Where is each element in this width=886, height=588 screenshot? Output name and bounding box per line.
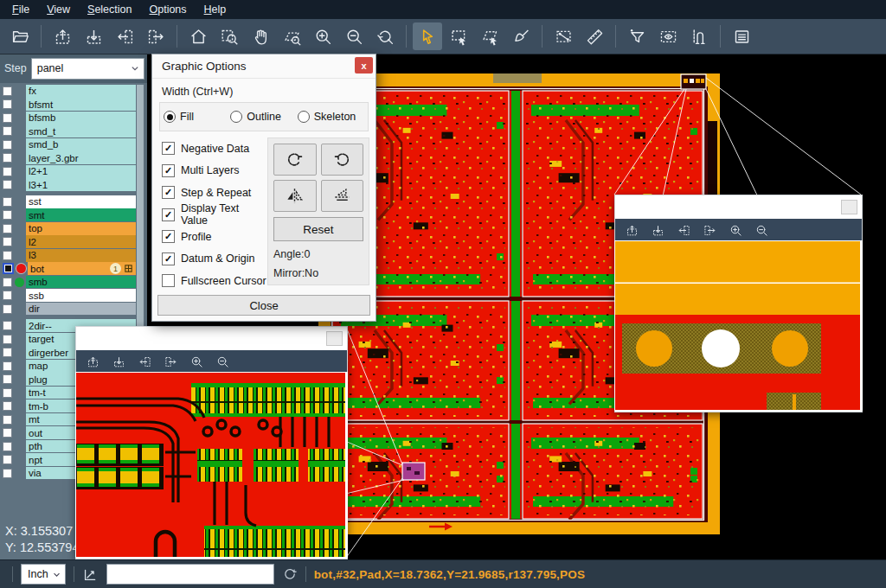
layer-visible-checkbox[interactable]	[3, 126, 12, 136]
magnifier-right-titlebar[interactable]	[615, 195, 862, 219]
layer-visible-checkbox[interactable]	[3, 86, 12, 96]
magnifier-window-right[interactable]	[614, 195, 863, 412]
layer-visible-checkbox[interactable]	[3, 278, 12, 287]
layer-visible-checkbox[interactable]	[3, 153, 12, 163]
layer-visible-checkbox[interactable]	[3, 401, 12, 411]
layer-dir[interactable]: dir	[26, 303, 136, 316]
menu-file[interactable]: File	[3, 2, 38, 17]
checkbox-datum-origin[interactable]: ✓Datum & Origin	[162, 248, 267, 271]
layer-l3[interactable]: l3	[26, 249, 136, 262]
layer-visible-checkbox[interactable]	[3, 335, 12, 344]
radio-fill[interactable]: Fill	[164, 111, 230, 123]
layer-smd_t[interactable]: smd_t	[26, 125, 136, 137]
layer-bot[interactable]: bot1	[28, 262, 136, 275]
magnifier-left-titlebar[interactable]	[76, 327, 347, 350]
zoom-polygon-button[interactable]	[277, 22, 306, 50]
layer-visible-checkbox[interactable]	[3, 140, 12, 150]
reset-button[interactable]: Reset	[273, 217, 363, 241]
close-icon[interactable]: x	[355, 57, 373, 74]
magnifier-window-left[interactable]	[75, 326, 348, 559]
layer-visible-checkbox[interactable]	[3, 304, 12, 314]
layer-visible-checkbox[interactable]	[3, 210, 12, 220]
layer-visible-checkbox[interactable]	[3, 99, 12, 109]
layer-layer_3.gbr[interactable]: layer_3.gbr	[26, 151, 136, 164]
checkbox-profile[interactable]: ✓Profile	[162, 226, 267, 248]
measure-ruler-button[interactable]	[580, 22, 609, 50]
layer-visible-checkbox[interactable]	[3, 180, 12, 189]
dialog-titlebar[interactable]: Graphic Options x	[152, 54, 376, 79]
layer-visible-checkbox[interactable]	[3, 167, 12, 176]
pan-view-left-button[interactable]	[135, 353, 154, 370]
close-button[interactable]: Close	[157, 295, 370, 316]
pan-view-down-button[interactable]	[79, 22, 108, 50]
layer-l2+1[interactable]: l2+1	[26, 165, 136, 178]
layer-visible-checkbox[interactable]	[3, 415, 12, 425]
select-cursor-button[interactable]	[413, 22, 442, 50]
pan-view-left-button[interactable]	[674, 221, 693, 239]
checkbox-negative-data[interactable]: ✓Negative Data	[162, 137, 267, 160]
step-select[interactable]: panel	[31, 58, 144, 80]
checkbox-display-text-value[interactable]: ✓Display Text Value	[162, 204, 267, 227]
layer-smb[interactable]: smb	[26, 276, 136, 289]
mirror-vertical-button[interactable]	[273, 180, 317, 212]
layer-visible-checkbox[interactable]	[3, 291, 12, 300]
command-input[interactable]	[106, 564, 274, 585]
radio-outline[interactable]: Outline	[230, 111, 297, 123]
unit-select[interactable]: Inch	[21, 564, 66, 585]
rotate-cw-button[interactable]	[273, 144, 317, 176]
clean-brush-button[interactable]	[506, 22, 536, 50]
folder-open-button[interactable]	[5, 22, 35, 50]
magnifier-left-view[interactable]	[76, 373, 347, 557]
pan-view-up-button[interactable]	[83, 353, 102, 370]
zoom-out-button[interactable]	[339, 22, 369, 50]
home-button[interactable]	[183, 22, 213, 50]
layer-fx[interactable]: fx	[26, 85, 136, 98]
select-rect-button[interactable]	[444, 22, 473, 50]
layer-visible-checkbox[interactable]	[3, 224, 12, 233]
rotate-ccw-button[interactable]	[321, 144, 364, 176]
layer-bfsmb[interactable]: bfsmb	[26, 112, 136, 125]
mirror-horizontal-button[interactable]	[321, 180, 364, 212]
zoom-out-button[interactable]	[213, 353, 232, 370]
layer-visible-checkbox[interactable]	[3, 455, 12, 464]
pan-view-right-button[interactable]	[141, 22, 170, 50]
layer-visible-checkbox[interactable]	[3, 113, 12, 123]
angle-measure-icon[interactable]	[82, 566, 99, 583]
sync-icon[interactable]	[282, 566, 298, 582]
layer-visible-checkbox[interactable]	[3, 348, 12, 357]
pan-view-left-button[interactable]	[110, 22, 139, 50]
checkbox-step-repeat[interactable]: ✓Step & Repeat	[162, 182, 267, 204]
select-polygon-button[interactable]	[475, 22, 504, 50]
pan-view-down-button[interactable]	[109, 353, 128, 370]
zoom-window-button[interactable]	[215, 22, 244, 50]
layers-panel-button[interactable]	[727, 22, 756, 50]
view-options-button[interactable]	[653, 22, 683, 50]
menu-help[interactable]: Help	[196, 2, 235, 17]
pan-view-right-button[interactable]	[161, 353, 180, 370]
menu-options[interactable]: Options	[140, 2, 195, 17]
layer-visible-checkbox[interactable]	[3, 374, 12, 384]
menu-selection[interactable]: Selection	[79, 2, 140, 17]
pan-hand-button[interactable]	[246, 22, 275, 50]
layer-l2[interactable]: l2	[26, 235, 136, 248]
magnifier-right-view[interactable]	[615, 241, 862, 410]
layer-bfsmt[interactable]: bfsmt	[26, 98, 136, 111]
pan-view-right-button[interactable]	[700, 221, 719, 239]
layer-ssb[interactable]: ssb	[26, 289, 136, 302]
layer-visible-checkbox[interactable]	[3, 251, 12, 260]
window-menu-button[interactable]	[841, 200, 857, 214]
snap-button[interactable]	[684, 22, 714, 50]
checkbox-fullscreen-cursor[interactable]: Fullscreen Cursor	[162, 270, 267, 292]
zoom-in-button[interactable]	[308, 22, 337, 50]
zoom-out-button[interactable]	[752, 221, 771, 239]
pan-view-down-button[interactable]	[648, 221, 667, 239]
pan-view-up-button[interactable]	[622, 221, 641, 239]
layer-sst[interactable]: sst	[26, 195, 136, 208]
layer-visible-checkbox[interactable]	[3, 321, 12, 330]
layer-visible-checkbox[interactable]	[3, 197, 12, 207]
window-menu-button[interactable]	[326, 331, 343, 346]
layer-visible-checkbox[interactable]	[3, 361, 12, 371]
layer-visible-checkbox[interactable]	[3, 237, 12, 246]
grid-icon[interactable]	[124, 264, 133, 273]
menu-view[interactable]: View	[38, 2, 79, 17]
